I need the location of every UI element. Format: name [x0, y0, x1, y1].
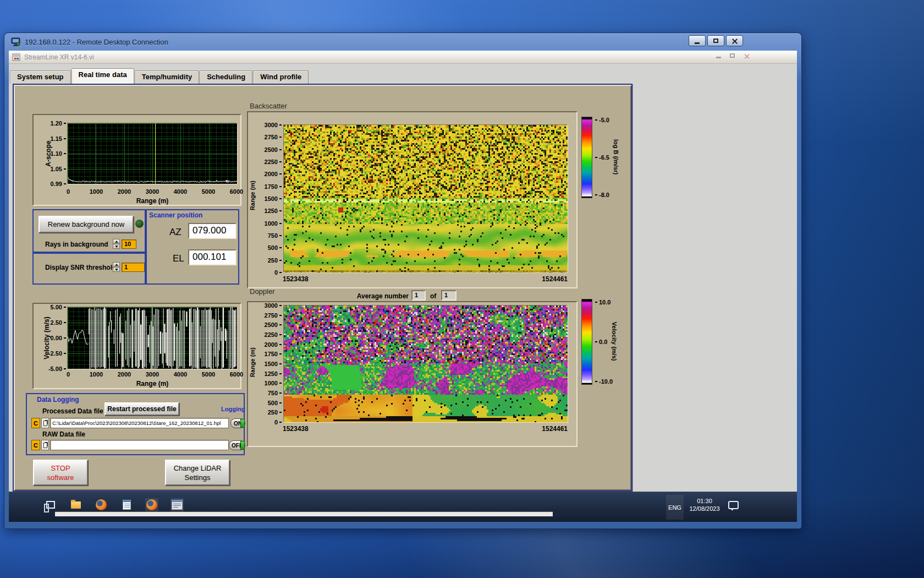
rdp-window-title: 192.168.0.122 - Remote Desktop Connectio…	[25, 38, 168, 46]
scan-scheduler-button[interactable]	[170, 498, 184, 511]
backscatter-colorbar	[581, 117, 592, 198]
restart-processed-file-button[interactable]: Restart processed file	[105, 402, 179, 416]
snr-spinner[interactable]	[113, 262, 120, 272]
average-total-field[interactable]: 1	[441, 290, 457, 301]
app-maximize-icon[interactable]	[730, 53, 735, 58]
ascope-plot	[68, 123, 237, 184]
tab-real-time-data[interactable]: Real time data	[72, 68, 134, 84]
average-number-field[interactable]: 1	[411, 290, 426, 301]
app-close-icon[interactable]	[744, 53, 750, 59]
raw-drive-selector[interactable]: C	[31, 440, 40, 450]
doppler-x-end: 1524461	[509, 425, 568, 433]
minimize-icon	[695, 42, 700, 44]
firefox-active-button[interactable]	[145, 498, 158, 511]
backscatter-yticks: 3000275025002250200017501500125010007505…	[259, 122, 282, 276]
rdp-icon	[11, 37, 21, 46]
stop-software-button[interactable]: STOP software	[33, 460, 88, 486]
file-explorer-button[interactable]	[69, 498, 82, 511]
stop-line2: software	[47, 473, 74, 482]
velocity-yticks: 5.002.500.00-2.50-5.00	[40, 304, 66, 372]
maximize-button[interactable]	[707, 35, 724, 46]
firefox-icon	[146, 499, 157, 510]
close-button[interactable]	[726, 35, 743, 46]
el-label: EL	[173, 253, 184, 264]
processed-logging-led	[240, 419, 245, 428]
ascope-yticks: 1.201.151.101.050.99	[43, 120, 66, 187]
doppler-heatmap	[284, 306, 568, 422]
language-indicator[interactable]: ENG	[666, 495, 684, 520]
raw-logging-led	[240, 441, 245, 450]
snr-increment-icon[interactable]	[113, 262, 120, 267]
change-lidar-settings-button[interactable]: Change LiDAR Settings	[165, 460, 230, 486]
tab-system-setup[interactable]: System setup	[10, 70, 71, 84]
backscatter-x-start: 1523438	[283, 275, 309, 283]
taskbar-preview-strip	[55, 511, 553, 516]
stop-line1: STOP	[51, 464, 70, 473]
app-icon	[12, 53, 21, 61]
snr-value-field[interactable]: 1	[122, 263, 145, 272]
raw-path-field[interactable]	[50, 440, 229, 450]
rays-value-field[interactable]: 10	[122, 239, 136, 249]
text-editor-button[interactable]	[120, 498, 133, 511]
close-icon	[732, 38, 738, 44]
doppler-ylabel: Range (m)	[249, 340, 256, 384]
clock-date: 12/08/2023	[686, 505, 723, 512]
tab-wind-profile[interactable]: Wind profile	[253, 70, 309, 84]
velocity-xticks: 0100020003000400050006000	[59, 371, 246, 378]
renew-background-button[interactable]: Renew background now	[38, 216, 134, 233]
remote-session: StreamLine XR v14-6.vi System setupReal …	[9, 51, 797, 522]
firefox-icon	[96, 499, 107, 510]
processed-path-field[interactable]: C:\Lidar\Data\Proc\2023\202308\20230812\…	[50, 418, 229, 428]
raw-browse-icon[interactable]	[41, 440, 49, 450]
snr-decrement-icon[interactable]	[113, 267, 120, 272]
velocity-plot	[68, 307, 237, 369]
tab-temp-humidity[interactable]: Temp/humidity	[135, 70, 199, 84]
velocity-xlabel: Range (m)	[108, 380, 196, 388]
ascope-xlabel: Range (m)	[108, 197, 196, 205]
desktop: 192.168.0.122 - Remote Desktop Connectio…	[0, 0, 924, 578]
rays-decrement-icon[interactable]	[113, 244, 120, 249]
minimize-button[interactable]	[689, 35, 706, 46]
processed-browse-icon[interactable]	[41, 418, 49, 428]
of-label: of	[430, 292, 436, 300]
task-view-button[interactable]	[44, 498, 57, 511]
backscatter-ylabel: Range (m)	[249, 173, 256, 217]
scanner-position-title: Scanner position	[149, 211, 202, 219]
processed-drive-selector[interactable]: C	[31, 418, 40, 428]
raw-data-file-label: RAW Data file	[42, 430, 85, 438]
backscatter-x-end: 1524461	[509, 275, 568, 283]
app-titlebar[interactable]: StreamLine XR v14-6.vi	[9, 51, 797, 64]
rays-in-background-label: Rays in background	[45, 241, 108, 248]
notification-icon[interactable]	[728, 501, 739, 509]
rays-increment-icon[interactable]	[113, 239, 120, 244]
doppler-colorbar-label: Velocity (m/s)	[611, 311, 618, 372]
firefox-button[interactable]	[95, 498, 108, 511]
change-line2: Settings	[185, 473, 211, 482]
tab-scheduling[interactable]: Scheduling	[200, 70, 252, 84]
doppler-title: Doppler	[250, 287, 275, 296]
doppler-x-start: 1523438	[283, 425, 309, 433]
el-value-field[interactable]: 000.101	[188, 249, 237, 265]
rays-spinner[interactable]	[113, 239, 120, 249]
logging-label: Logging	[221, 406, 245, 412]
doppler-yticks: 3000275025002250200017501500125010007505…	[259, 302, 282, 426]
scan-scheduler-icon	[172, 500, 183, 510]
app-window-controls	[716, 53, 750, 59]
az-value-field[interactable]: 079.000	[188, 223, 237, 239]
remote-taskbar: ENG 01:30 12/08/2023	[9, 492, 797, 522]
ascope-xticks: 0100020003000400050006000	[59, 188, 246, 195]
average-number-label: Average number	[344, 292, 409, 300]
task-view-icon	[46, 501, 55, 509]
scanner-position-box	[146, 209, 239, 285]
rdp-window: 192.168.0.122 - Remote Desktop Connectio…	[4, 33, 801, 528]
tab-bar: System setupReal time dataTemp/humidityS…	[10, 64, 797, 84]
taskbar-clock[interactable]: 01:30 12/08/2023	[686, 497, 723, 512]
app-window-title: StreamLine XR v14-6.vi	[24, 53, 94, 61]
maximize-icon	[713, 39, 718, 43]
folder-icon	[71, 501, 81, 509]
rdp-titlebar[interactable]: 192.168.0.122 - Remote Desktop Connectio…	[9, 33, 797, 51]
processed-data-file-label: Processed Data file	[42, 407, 103, 415]
app-minimize-icon[interactable]	[716, 57, 721, 58]
data-logging-title: Data Logging	[37, 396, 79, 403]
az-label: AZ	[169, 227, 182, 238]
